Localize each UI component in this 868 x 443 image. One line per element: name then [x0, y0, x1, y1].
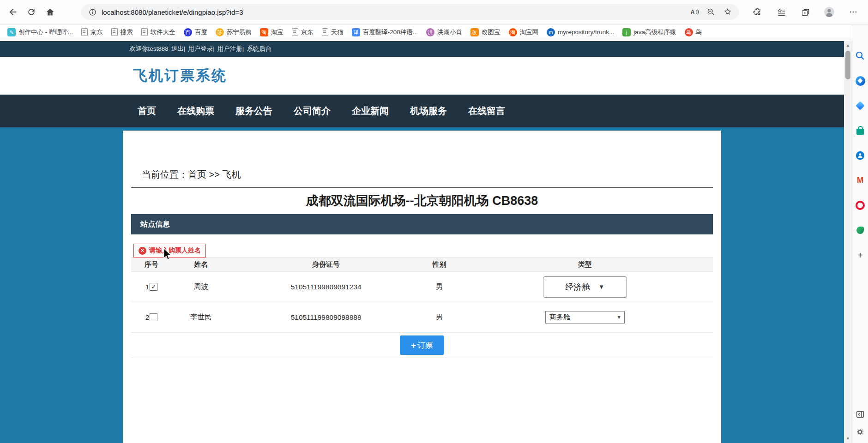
- welcome-text: 欢迎你test888: [129, 45, 169, 53]
- bookmark-item[interactable]: 改 改图宝: [467, 27, 504, 38]
- refresh-icon: [27, 7, 36, 17]
- bookmark-label: 鸟: [696, 28, 702, 36]
- bookmark-item[interactable]: 百 百度: [180, 27, 211, 38]
- scrollbar-thumb[interactable]: [845, 51, 850, 79]
- sidebar-add-icon[interactable]: +: [855, 250, 866, 261]
- sidebar-target-icon[interactable]: [855, 200, 866, 211]
- bookmark-label: 淘宝: [271, 28, 283, 36]
- extensions-icon[interactable]: [748, 3, 766, 21]
- logout-link[interactable]: 退出|: [171, 45, 186, 53]
- site-logo: 飞机订票系统: [133, 66, 227, 85]
- bookmark-item[interactable]: 京东: [78, 27, 107, 38]
- nav-item-airport-service[interactable]: 机场服务: [410, 105, 447, 117]
- bookmark-favicon: 苏: [216, 28, 224, 36]
- sidebar-open-panel-icon[interactable]: [855, 409, 866, 420]
- bookmark-label: 京东: [90, 28, 103, 36]
- favorites-bar-icon[interactable]: [772, 3, 790, 21]
- row-number: 1: [145, 283, 150, 291]
- sidebar-microsoft365-icon[interactable]: M: [855, 175, 866, 186]
- error-text: 请输入购票人姓名: [149, 246, 201, 255]
- bookmark-label: 洪湖小肖: [437, 28, 462, 36]
- zoom-out-icon[interactable]: [705, 6, 717, 18]
- login-link[interactable]: 用户登录|: [188, 45, 215, 53]
- bookmark-item[interactable]: 淘 淘宝: [256, 27, 287, 38]
- address-bar[interactable]: localhost:8080/planeticket/e/dingpiao.js…: [81, 4, 739, 20]
- seat-type-select[interactable]: 经济舱 ▼: [543, 276, 627, 298]
- bookmark-favicon: 淘: [509, 28, 517, 36]
- toolbar-actions: [748, 3, 868, 21]
- admin-backend-link[interactable]: 系统后台: [247, 45, 271, 53]
- passenger-gender: 男: [422, 282, 457, 292]
- scrollbar[interactable]: ▲ ▼: [844, 41, 852, 443]
- bookmark-item[interactable]: 洪 洪湖小肖: [422, 27, 466, 38]
- validation-area: × 请输入购票人姓名: [133, 244, 721, 257]
- bookmark-item[interactable]: 苏 苏宁易购: [212, 27, 255, 38]
- passenger-checkbox[interactable]: [150, 313, 157, 321]
- breadcrumb[interactable]: 当前位置：首页 >> 飞机: [123, 131, 721, 181]
- favorite-star-icon[interactable]: [721, 6, 734, 18]
- profile-avatar[interactable]: [820, 3, 838, 21]
- bookmark-item[interactable]: 译 百度翻译-200种语...: [348, 27, 422, 38]
- scroll-up-icon[interactable]: ▲: [846, 41, 850, 50]
- nav-item-buy-ticket[interactable]: 在线购票: [177, 105, 214, 117]
- nav-item-message-board[interactable]: 在线留言: [468, 105, 505, 117]
- passenger-name: 李世民: [172, 312, 230, 322]
- register-link[interactable]: 用户注册|: [217, 45, 244, 53]
- bookmark-item[interactable]: 鸟 鸟: [681, 27, 706, 38]
- addressbar-actions: A: [688, 6, 734, 18]
- sidebar-people-icon[interactable]: [855, 150, 866, 161]
- refresh-button[interactable]: [22, 3, 41, 21]
- home-button[interactable]: [41, 3, 59, 21]
- book-button-label: 订票: [417, 340, 433, 351]
- seat-type-value: 经济舱: [565, 281, 590, 293]
- seat-type-select[interactable]: 商务舱 ▼: [545, 311, 625, 323]
- chevron-down-icon: ▼: [617, 315, 621, 320]
- browser-toolbar: localhost:8080/planeticket/e/dingpiao.js…: [0, 0, 868, 24]
- column-header-type: 类型: [457, 260, 713, 269]
- bookmark-item[interactable]: ✎ 创作中心 - 哔哩哔...: [4, 27, 77, 38]
- bookmark-item[interactable]: 京东: [288, 27, 317, 38]
- book-ticket-button[interactable]: + 订票: [400, 335, 444, 355]
- bookmark-label: 软件大全: [151, 28, 175, 36]
- nav-item-company-profile[interactable]: 公司简介: [294, 105, 331, 117]
- edge-sidebar: M +: [852, 25, 868, 443]
- sidebar-discover-icon[interactable]: [855, 75, 866, 86]
- bookmark-label: 苏宁易购: [227, 28, 252, 36]
- bookmark-label: 改图宝: [482, 28, 500, 36]
- bookmark-item[interactable]: j java高级程序猿: [619, 27, 680, 38]
- bookmark-favicon: m: [547, 28, 555, 36]
- bookmark-item[interactable]: 软件大全: [138, 27, 179, 38]
- sidebar-shopping-icon[interactable]: [855, 125, 866, 136]
- read-aloud-icon[interactable]: A: [688, 6, 701, 18]
- plus-icon: +: [411, 341, 416, 350]
- bookmark-favicon: [111, 28, 118, 36]
- scroll-down-icon[interactable]: ▼: [846, 434, 850, 443]
- bookmark-item[interactable]: m myrepository/trunk...: [543, 27, 618, 38]
- bookmark-label: 京东: [301, 28, 313, 36]
- bookmark-item[interactable]: 淘 淘宝网: [505, 27, 542, 38]
- bookmark-item[interactable]: 天猫: [318, 27, 347, 38]
- bookmark-label: 搜索: [121, 28, 133, 36]
- bookmark-favicon: 洪: [426, 28, 434, 36]
- sidebar-bottom-icons: [855, 409, 866, 443]
- bookmark-favicon: 淘: [260, 28, 268, 36]
- content-column: 当前位置：首页 >> 飞机 成都双流国际机场--北京朝阳机场 CB8638 站点…: [123, 131, 721, 443]
- sidebar-search-icon[interactable]: [855, 50, 866, 61]
- column-header-name: 姓名: [172, 260, 230, 269]
- passenger-checkbox[interactable]: ✓: [150, 283, 157, 291]
- sidebar-designer-icon[interactable]: [855, 225, 866, 236]
- column-header-id: 身份证号: [230, 260, 422, 269]
- nav-item-home[interactable]: 首页: [138, 105, 156, 117]
- page-info-icon[interactable]: [86, 6, 99, 18]
- sidebar-drop-icon[interactable]: [855, 100, 866, 111]
- settings-menu-icon[interactable]: [844, 3, 862, 21]
- actions-row: + 订票: [131, 333, 713, 358]
- bookmark-label: 百度翻译-200种语...: [363, 28, 418, 36]
- row-number: 2: [145, 313, 150, 322]
- collections-icon[interactable]: [796, 3, 814, 21]
- back-button[interactable]: [4, 3, 22, 21]
- nav-item-service-notice[interactable]: 服务公告: [235, 105, 272, 117]
- sidebar-settings-gear-icon[interactable]: [855, 426, 866, 437]
- nav-item-company-news[interactable]: 企业新闻: [352, 105, 389, 117]
- bookmark-item[interactable]: 搜索: [108, 27, 137, 38]
